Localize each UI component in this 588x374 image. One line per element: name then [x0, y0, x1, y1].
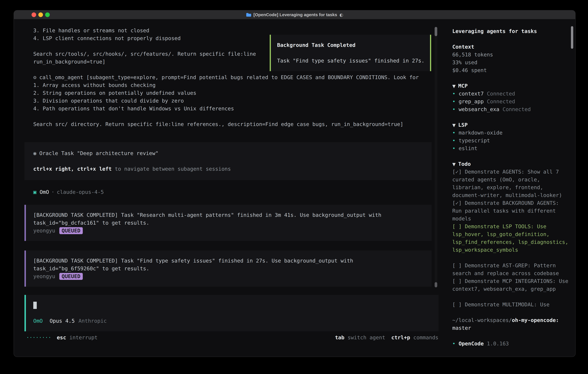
- folder-icon: [246, 13, 251, 17]
- bullet-icon: •: [452, 145, 455, 151]
- context-tokens: 66,518 tokens: [452, 51, 569, 59]
- tool-call-header: ⚙call_omo_agent [subagent_type=explore, …: [24, 73, 439, 81]
- tool-call-item: 2. String operations on potentially unde…: [24, 89, 439, 97]
- oracle-task-panel: ◉Oracle Task "Deep architecture review" …: [24, 142, 431, 180]
- terminal-window: [OpenCode] Leveraging agents for tasks ◐…: [14, 10, 575, 357]
- workspace-branch: master: [452, 324, 569, 332]
- message-author: yeongyu: [33, 227, 55, 235]
- tool-call-item: 1. Array access without bounds checking: [24, 81, 439, 89]
- message-line: task_id="bg_6f59260c" to get results.: [33, 265, 431, 272]
- todo-section-toggle[interactable]: ▼Todo: [452, 160, 569, 168]
- background-task-toast[interactable]: Background Task Completed Task "Find typ…: [270, 35, 431, 71]
- main-scrollbar-track[interactable]: [435, 27, 437, 287]
- toast-title: Background Task Completed: [277, 41, 426, 49]
- status-badge: QUEUED: [59, 273, 83, 280]
- todo-heading: Todo: [458, 161, 471, 167]
- close-button[interactable]: [32, 12, 36, 17]
- message-meta: yeongyuQUEUED: [33, 272, 431, 280]
- background-task-message: [BACKGROUND TASK COMPLETED] Task "Find t…: [24, 250, 431, 287]
- app-version-number: 1.0.163: [487, 341, 509, 346]
- window-title: [OpenCode] Leveraging agents for tasks ◐: [246, 12, 343, 17]
- bullet-icon: •: [452, 98, 455, 104]
- session-title: Leveraging agents for tasks: [452, 27, 569, 35]
- zoom-button[interactable]: [45, 12, 50, 17]
- input-model-name: Opus 4.5: [50, 318, 75, 324]
- agent-square-icon: ▣: [33, 189, 36, 195]
- status-badge: QUEUED: [59, 227, 83, 234]
- lsp-heading: LSP: [458, 122, 468, 128]
- chevron-down-icon: ▼: [452, 123, 456, 128]
- workspace-path: ~/local-workspaces/oh-my-opencode:: [452, 316, 569, 324]
- message-line: task_id="bg_dcfac161" to get results.: [33, 219, 431, 227]
- mcp-item: •grep_appConnected: [452, 98, 569, 105]
- lsp-item: •typescript: [452, 137, 569, 145]
- model-selector[interactable]: OmOOpus 4.5Anthropic: [33, 317, 439, 325]
- window-titlebar[interactable]: [OpenCode] Leveraging agents for tasks ◐: [14, 10, 575, 19]
- session-indicator-icon: ◐: [339, 12, 343, 17]
- session-sidebar: Leveraging agents for tasks Context 66,5…: [439, 19, 575, 357]
- todo-item-pending: [ ] Demonstrate AST-GREP: Pattern search…: [452, 262, 569, 277]
- lsp-item: •eslint: [452, 145, 569, 152]
- tab-key-label: switch agent: [347, 334, 385, 342]
- message-line: [BACKGROUND TASK COMPLETED] Task "Find t…: [33, 257, 431, 265]
- tool-call-item: 3. Division operations that could divide…: [24, 97, 439, 105]
- bullet-icon: •: [452, 91, 455, 97]
- text-cursor: [33, 302, 37, 309]
- window-content: 3. File handles or streams not closed 4.…: [14, 19, 575, 357]
- chevron-down-icon: ▼: [452, 83, 456, 89]
- spinner-dots: ········: [26, 334, 51, 342]
- sidebar-scrollbar-thumb[interactable]: [571, 26, 573, 49]
- todo-item-pending: [ ] Demonstrate MCP INTEGRATIONS: Use co…: [452, 277, 569, 293]
- lsp-section-toggle[interactable]: ▼LSP: [452, 121, 569, 129]
- bullet-icon: •: [452, 130, 455, 136]
- context-used: 33% used: [452, 59, 569, 66]
- todo-item-done: [✓] Demonstrate BACKGROUND AGENTS: Run p…: [452, 199, 569, 223]
- mcp-item: •context7Connected: [452, 90, 569, 98]
- bullet-icon: •: [452, 137, 455, 144]
- output-line: 3. File handles or streams not closed: [24, 27, 439, 34]
- context-spent: $0.46 spent: [452, 66, 569, 74]
- navigation-hint: ctrl+x right, ctrl+x left to navigate be…: [33, 165, 431, 173]
- prompt-input[interactable]: OmOOpus 4.5Anthropic: [24, 295, 439, 331]
- message-meta: yeongyuQUEUED: [33, 227, 431, 235]
- oracle-task-title: ◉Oracle Task "Deep architecture review": [33, 149, 431, 157]
- main-scrollbar-thumb[interactable]: [435, 27, 437, 36]
- tool-call-item: 4. Path operations that don't handle Win…: [24, 105, 439, 113]
- message-line: [BACKGROUND TASK COMPLETED] Task "Resear…: [33, 211, 431, 219]
- mcp-item: •websearch_exaConnected: [452, 105, 569, 113]
- agent-header: ▣OmO·claude-opus-4-5: [24, 188, 439, 196]
- input-provider-name: Anthropic: [78, 318, 107, 324]
- status-bar: ········ esc interrupt tabswitch agent c…: [26, 334, 438, 342]
- main-scrollbar-thumb-secondary[interactable]: [435, 282, 437, 287]
- oracle-task-title-text: Oracle Task "Deep architecture review": [39, 150, 158, 156]
- message-author: yeongyu: [33, 272, 55, 280]
- esc-key-hint: esc: [57, 334, 66, 342]
- app-name: OpenCode: [459, 341, 484, 346]
- mcp-section-toggle[interactable]: ▼MCP: [452, 82, 569, 90]
- commands-key-hint: ctrl+p: [391, 334, 410, 342]
- fisheye-icon: ◉: [33, 150, 36, 156]
- agent-model: claude-opus-4-5: [57, 189, 104, 195]
- status-bar-right: tabswitch agent ctrl+pcommands: [335, 334, 438, 342]
- hint-keys: ctrl+x right, ctrl+x left: [33, 166, 112, 172]
- mcp-heading: MCP: [458, 83, 468, 89]
- bullet-icon: •: [452, 106, 455, 112]
- traffic-lights: [32, 12, 50, 17]
- lsp-item: •markdown-oxide: [452, 129, 569, 137]
- app-version: •OpenCode1.0.163: [452, 340, 569, 348]
- bullet-icon: •: [452, 341, 455, 346]
- separator: ·: [51, 189, 54, 195]
- agent-name: OmO: [40, 189, 49, 195]
- minimize-button[interactable]: [38, 12, 43, 17]
- toast-body: Task "Find type safety issues" finished …: [277, 57, 426, 65]
- desktop: [OpenCode] Leveraging agents for tasks ◐…: [0, 0, 588, 374]
- tool-call-footer: Search src/ directory. Return specific f…: [24, 120, 439, 128]
- chevron-down-icon: ▼: [452, 162, 456, 167]
- todo-item-pending: [ ] Demonstrate MULTIMODAL: Use: [452, 301, 569, 309]
- hint-text: to navigate between subagent sessions: [112, 166, 231, 172]
- commands-key-label: commands: [413, 334, 438, 342]
- background-task-message: [BACKGROUND TASK COMPLETED] Task "Resear…: [24, 205, 431, 241]
- todo-item-active: [ ] Demonstrate LSP TOOLS: Use lsp_hover…: [452, 223, 569, 254]
- input-cursor-line: [33, 301, 439, 309]
- input-agent-name: OmO: [33, 318, 43, 324]
